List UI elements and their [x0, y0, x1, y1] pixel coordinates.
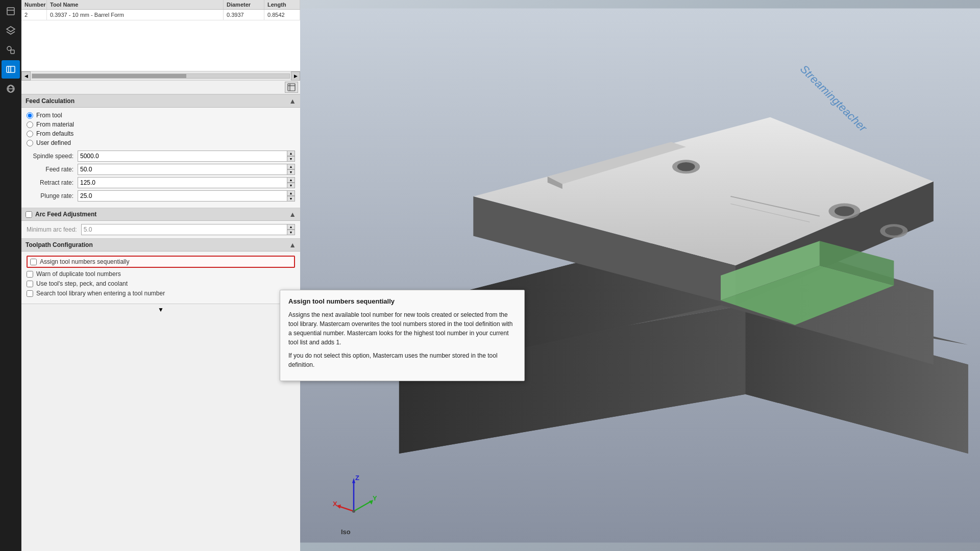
svg-point-26 [677, 162, 695, 171]
tooltip-popup: Assign tool numbers sequentially Assigns… [280, 290, 525, 381]
feed-rate-up[interactable]: ▲ [287, 164, 295, 169]
svg-text:X: X [333, 500, 337, 508]
plunge-rate-up[interactable]: ▲ [287, 190, 295, 196]
radio-user-defined-input[interactable] [27, 140, 33, 146]
svg-text:Z: Z [355, 474, 359, 482]
radio-from-tool[interactable]: From tool [27, 112, 295, 119]
assign-sequential-label: Assign tool numbers sequentially [40, 258, 129, 265]
toolpath-config-header[interactable]: Toolpath Configuration ▲ [21, 238, 300, 252]
svg-rect-4 [11, 50, 14, 54]
plunge-rate-spinner: ▲ ▼ [287, 190, 295, 202]
tool-table-scroll[interactable]: 2 0.3937 - 10 mm - Barrel Form 0.3937 0.… [21, 10, 300, 71]
cell-name: 0.3937 - 10 mm - Barrel Form [47, 10, 224, 20]
feed-calculation-collapse[interactable]: ▲ [289, 97, 296, 105]
retract-rate-spinner: ▲ ▼ [287, 177, 295, 188]
tooltip-para-1: Assigns the next available tool number f… [288, 310, 516, 347]
toolpath-config-content: Assign tool numbers sequentially Warn of… [21, 252, 300, 304]
retract-rate-wrapper: ▲ ▼ [78, 177, 295, 188]
assign-sequential-checkbox[interactable] [30, 259, 37, 265]
arc-feed-content: Minimum arc feed: ▲ ▼ [21, 221, 300, 238]
sidebar-icon-layers[interactable] [2, 21, 20, 40]
svg-text:Y: Y [373, 494, 377, 502]
radio-from-tool-label: From tool [36, 112, 62, 119]
tooltip-para-2: If you do not select this option, Master… [288, 351, 516, 369]
retract-rate-up[interactable]: ▲ [287, 177, 295, 183]
spindle-speed-input[interactable] [78, 151, 295, 162]
min-arc-up[interactable]: ▲ [287, 224, 295, 230]
tooltip-title: Assign tool numbers sequentially [288, 297, 516, 305]
arc-feed-collapse[interactable]: ▲ [289, 210, 296, 218]
table-header: Number Tool Name Diameter Length [21, 0, 300, 10]
feed-radio-group: From tool From material From defaults Us… [27, 112, 295, 146]
svg-point-45 [352, 510, 355, 513]
use-step-peck-checkbox[interactable] [27, 281, 33, 287]
sidebar-icon-material[interactable] [2, 80, 20, 98]
plunge-rate-input[interactable] [78, 190, 295, 202]
toolpath-config-collapse[interactable]: ▲ [289, 241, 296, 249]
spindle-speed-label: Spindle speed: [27, 153, 78, 160]
svg-line-42 [338, 506, 354, 511]
min-arc-down[interactable]: ▼ [287, 230, 295, 235]
feed-calculation-header[interactable]: Feed Calculation ▲ [21, 94, 300, 108]
cell-length: 0.8542 [264, 10, 300, 20]
panel-footer-chevron[interactable]: ▼ [158, 306, 164, 313]
min-arc-spinner: ▲ ▼ [287, 224, 295, 235]
toolpath-config-title: Toolpath Configuration [26, 241, 93, 248]
scroll-thumb [32, 74, 186, 78]
feed-rate-spinner: ▲ ▼ [287, 164, 295, 175]
plunge-rate-down[interactable]: ▼ [287, 196, 295, 202]
spindle-speed-up[interactable]: ▲ [287, 151, 295, 156]
svg-rect-0 [7, 8, 14, 15]
panel-footer[interactable]: ▼ [21, 304, 300, 315]
feed-rate-input[interactable] [78, 164, 295, 175]
search-library-row[interactable]: Search tool library when entering a tool… [27, 290, 295, 297]
sidebar-icon-home[interactable] [2, 2, 20, 20]
arc-feed-checkbox[interactable] [26, 211, 32, 218]
feed-calculation-title: Feed Calculation [26, 97, 75, 105]
feed-rate-label: Feed rate: [27, 166, 78, 173]
assign-sequential-row[interactable]: Assign tool numbers sequentially [27, 256, 295, 268]
spindle-speed-wrapper: ▲ ▼ [78, 151, 295, 162]
min-arc-wrapper: ▲ ▼ [81, 224, 295, 235]
tool-table-area: Number Tool Name Diameter Length 2 0.393… [21, 0, 300, 81]
arc-feed-header[interactable]: Arc Feed Adjustment ▲ [21, 208, 300, 221]
retract-rate-input[interactable] [78, 177, 295, 188]
table-action-btn[interactable] [285, 82, 298, 93]
warn-duplicate-row[interactable]: Warn of duplicate tool numbers [27, 270, 295, 278]
radio-user-defined[interactable]: User defined [27, 139, 295, 146]
sidebar-icon-shapes[interactable] [2, 41, 20, 59]
horizontal-scrollbar[interactable]: ◀ ▶ [21, 71, 300, 80]
cell-number: 2 [21, 10, 47, 20]
radio-from-defaults-label: From defaults [36, 130, 74, 137]
scroll-track[interactable] [32, 73, 290, 79]
search-library-label: Search tool library when entering a tool… [36, 290, 165, 297]
arc-feed-label-row: Arc Feed Adjustment [26, 211, 96, 218]
min-arc-input[interactable] [81, 224, 295, 235]
viewport[interactable]: Streamingteacher Z Y X Iso [300, 0, 980, 551]
retract-rate-down[interactable]: ▼ [287, 183, 295, 188]
use-step-peck-row[interactable]: Use tool's step, peck, and coolant [27, 280, 295, 287]
feed-rate-down[interactable]: ▼ [287, 169, 295, 175]
radio-from-material-input[interactable] [27, 121, 33, 128]
axes-indicator: Z Y X [331, 473, 377, 520]
spindle-speed-down[interactable]: ▼ [287, 156, 295, 162]
radio-from-tool-input[interactable] [27, 112, 33, 119]
svg-point-28 [835, 206, 854, 216]
scroll-left-btn[interactable]: ◀ [21, 71, 31, 81]
search-library-checkbox[interactable] [27, 290, 33, 297]
plunge-rate-label: Plunge rate: [27, 192, 78, 199]
radio-from-defaults-input[interactable] [27, 131, 33, 137]
radio-from-defaults[interactable]: From defaults [27, 130, 295, 137]
sidebar-icon-tool[interactable] [2, 60, 20, 79]
radio-from-material[interactable]: From material [27, 121, 295, 128]
left-panel: Number Tool Name Diameter Length 2 0.393… [21, 0, 300, 551]
feed-rate-row: Feed rate: ▲ ▼ [27, 164, 295, 175]
retract-rate-row: Retract rate: ▲ ▼ [27, 177, 295, 188]
sidebar [0, 0, 21, 551]
table-row[interactable]: 2 0.3937 - 10 mm - Barrel Form 0.3937 0.… [21, 10, 300, 20]
spindle-speed-spinner: ▲ ▼ [287, 151, 295, 162]
scroll-right-btn[interactable]: ▶ [291, 71, 300, 81]
col-toolname: Tool Name [47, 0, 224, 9]
warn-duplicate-checkbox[interactable] [27, 271, 33, 278]
use-step-peck-label: Use tool's step, peck, and coolant [36, 280, 128, 287]
